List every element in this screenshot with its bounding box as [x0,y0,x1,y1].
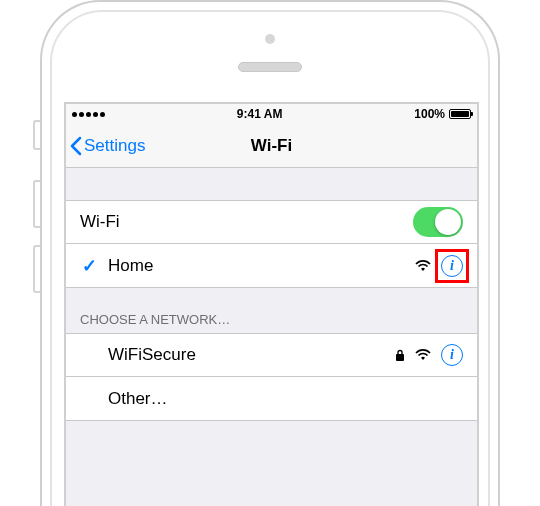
wifi-toggle[interactable] [413,207,463,237]
info-button[interactable]: i [441,344,463,366]
signal-dots-icon [72,112,105,117]
battery-pct: 100% [414,107,445,121]
other-label: Other… [108,389,463,409]
battery-icon [449,109,471,119]
status-time: 9:41 AM [237,107,283,121]
lock-icon [395,349,405,362]
wifi-toggle-row[interactable]: Wi-Fi [66,200,477,244]
other-network-row[interactable]: Other… [66,377,477,421]
back-label: Settings [84,136,145,156]
wifi-toggle-label: Wi-Fi [80,212,413,232]
wifi-icon [415,259,431,273]
checkmark-icon: ✓ [82,255,97,277]
connected-network-row[interactable]: ✓ Home i [66,244,477,288]
phone-frame: 9:41 AM 100% Settings Wi-Fi Wi-Fi [40,0,500,506]
nav-bar: Settings Wi-Fi [66,124,477,168]
svg-rect-0 [396,354,404,361]
wifi-icon [415,348,431,362]
back-button[interactable]: Settings [66,136,145,156]
network-name: WiFiSecure [108,345,395,365]
screen: 9:41 AM 100% Settings Wi-Fi Wi-Fi [64,102,479,506]
connected-network-name: Home [108,256,415,276]
phone-camera [265,34,275,44]
phone-speaker [238,62,302,72]
choose-network-header: Choose a Network… [66,288,477,333]
network-row[interactable]: WiFiSecure i [66,333,477,377]
chevron-left-icon [70,136,82,156]
status-bar: 9:41 AM 100% [66,104,477,124]
info-button[interactable]: i [441,255,463,277]
